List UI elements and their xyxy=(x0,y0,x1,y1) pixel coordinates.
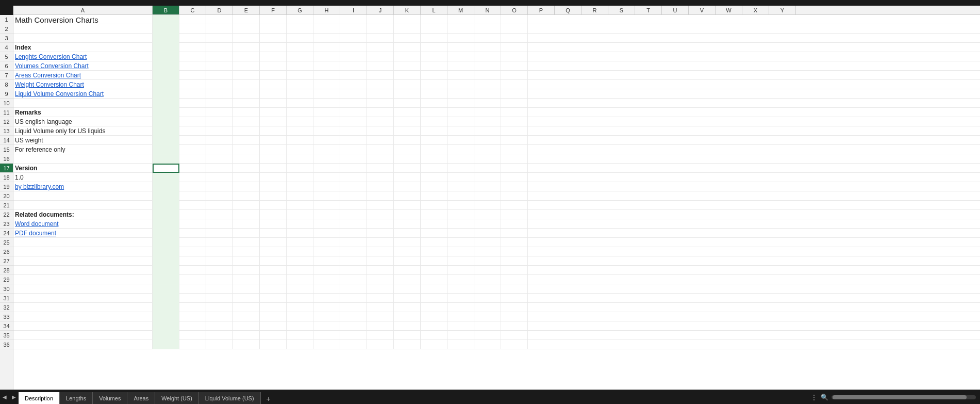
cell-k18[interactable] xyxy=(394,173,421,182)
cell-k34[interactable] xyxy=(394,321,421,331)
cell-g33[interactable] xyxy=(287,312,313,321)
cell-c11[interactable] xyxy=(179,108,206,117)
cell-n9[interactable] xyxy=(474,89,501,99)
cell-f21[interactable] xyxy=(260,201,287,210)
cell-m20[interactable] xyxy=(447,191,474,201)
cell-e7[interactable] xyxy=(233,71,260,80)
col-header-h[interactable]: H xyxy=(313,6,340,15)
cell-c23[interactable] xyxy=(179,219,206,229)
cell-a11[interactable]: Remarks xyxy=(13,108,153,117)
cell-a16[interactable] xyxy=(13,154,153,164)
tab-menu-icon[interactable]: ⋮ xyxy=(810,393,818,401)
cell-j27[interactable] xyxy=(367,256,394,266)
cell-a29[interactable] xyxy=(13,275,153,284)
cell-k9[interactable] xyxy=(394,89,421,99)
cell-g20[interactable] xyxy=(287,191,313,201)
cell-a33[interactable] xyxy=(13,312,153,321)
cell-a1[interactable]: Math Conversion Charts xyxy=(13,15,153,24)
cell-o2[interactable] xyxy=(501,24,528,34)
cell-d20[interactable] xyxy=(206,191,233,201)
cell-i36[interactable] xyxy=(340,340,367,349)
cell-k2[interactable] xyxy=(394,24,421,34)
cell-k35[interactable] xyxy=(394,331,421,340)
cell-b1[interactable] xyxy=(153,15,179,24)
cell-f32[interactable] xyxy=(260,303,287,312)
cell-n21[interactable] xyxy=(474,201,501,210)
cell-k11[interactable] xyxy=(394,108,421,117)
cell-f9[interactable] xyxy=(260,89,287,99)
cell-o9[interactable] xyxy=(501,89,528,99)
cell-i15[interactable] xyxy=(340,145,367,154)
cell-k12[interactable] xyxy=(394,117,421,126)
cell-o5[interactable] xyxy=(501,52,528,61)
tab-areas[interactable]: Areas xyxy=(127,392,155,405)
cell-b32[interactable] xyxy=(153,303,179,312)
cell-n20[interactable] xyxy=(474,191,501,201)
cell-k16[interactable] xyxy=(394,154,421,164)
cell-n23[interactable] xyxy=(474,219,501,229)
cell-m32[interactable] xyxy=(447,303,474,312)
cell-e32[interactable] xyxy=(233,303,260,312)
link-bizzlibrary[interactable]: by bizzlibrary.com xyxy=(15,183,64,190)
cell-k8[interactable] xyxy=(394,80,421,89)
tab-lengths[interactable]: Lengths xyxy=(60,392,93,405)
cell-i6[interactable] xyxy=(340,61,367,71)
cell-k36[interactable] xyxy=(394,340,421,349)
cell-d28[interactable] xyxy=(206,266,233,275)
cell-c9[interactable] xyxy=(179,89,206,99)
cell-h2[interactable] xyxy=(313,24,340,34)
cell-e26[interactable] xyxy=(233,247,260,256)
cell-h18[interactable] xyxy=(313,173,340,182)
cell-k22[interactable] xyxy=(394,210,421,219)
cell-d25[interactable] xyxy=(206,238,233,247)
cell-a3[interactable] xyxy=(13,34,153,43)
cell-i31[interactable] xyxy=(340,294,367,303)
cell-n28[interactable] xyxy=(474,266,501,275)
cell-a31[interactable] xyxy=(13,294,153,303)
cell-l19[interactable] xyxy=(421,182,447,191)
cell-c4[interactable] xyxy=(179,43,206,52)
cell-a7[interactable]: Areas Conversion Chart xyxy=(13,71,153,80)
cell-a21[interactable] xyxy=(13,201,153,210)
cell-m27[interactable] xyxy=(447,256,474,266)
zoom-out-button[interactable]: 🔍 xyxy=(821,394,828,401)
cell-b25[interactable] xyxy=(153,238,179,247)
cell-e8[interactable] xyxy=(233,80,260,89)
col-header-e[interactable]: E xyxy=(233,6,260,15)
cell-h7[interactable] xyxy=(313,71,340,80)
cell-m7[interactable] xyxy=(447,71,474,80)
cell-o23[interactable] xyxy=(501,219,528,229)
cell-k19[interactable] xyxy=(394,182,421,191)
cell-n17[interactable] xyxy=(474,164,501,173)
cell-b14[interactable] xyxy=(153,136,179,145)
cell-c16[interactable] xyxy=(179,154,206,164)
cell-j8[interactable] xyxy=(367,80,394,89)
cell-j33[interactable] xyxy=(367,312,394,321)
cell-l32[interactable] xyxy=(421,303,447,312)
cell-d7[interactable] xyxy=(206,71,233,80)
cell-m25[interactable] xyxy=(447,238,474,247)
cell-d21[interactable] xyxy=(206,201,233,210)
cell-g31[interactable] xyxy=(287,294,313,303)
cell-h21[interactable] xyxy=(313,201,340,210)
col-header-q[interactable]: Q xyxy=(555,6,582,15)
cell-d26[interactable] xyxy=(206,247,233,256)
cell-m31[interactable] xyxy=(447,294,474,303)
cell-d11[interactable] xyxy=(206,108,233,117)
cell-i28[interactable] xyxy=(340,266,367,275)
cell-k14[interactable] xyxy=(394,136,421,145)
tab-weight-us[interactable]: Weight (US) xyxy=(155,392,199,405)
cell-c30[interactable] xyxy=(179,284,206,294)
cell-o28[interactable] xyxy=(501,266,528,275)
cell-b9[interactable] xyxy=(153,89,179,99)
cell-i17[interactable] xyxy=(340,164,367,173)
cell-j14[interactable] xyxy=(367,136,394,145)
cell-a22[interactable]: Related documents: xyxy=(13,210,153,219)
cell-i13[interactable] xyxy=(340,126,367,136)
cell-o4[interactable] xyxy=(501,43,528,52)
cell-e2[interactable] xyxy=(233,24,260,34)
cell-l2[interactable] xyxy=(421,24,447,34)
cell-n8[interactable] xyxy=(474,80,501,89)
cell-c25[interactable] xyxy=(179,238,206,247)
cell-e12[interactable] xyxy=(233,117,260,126)
